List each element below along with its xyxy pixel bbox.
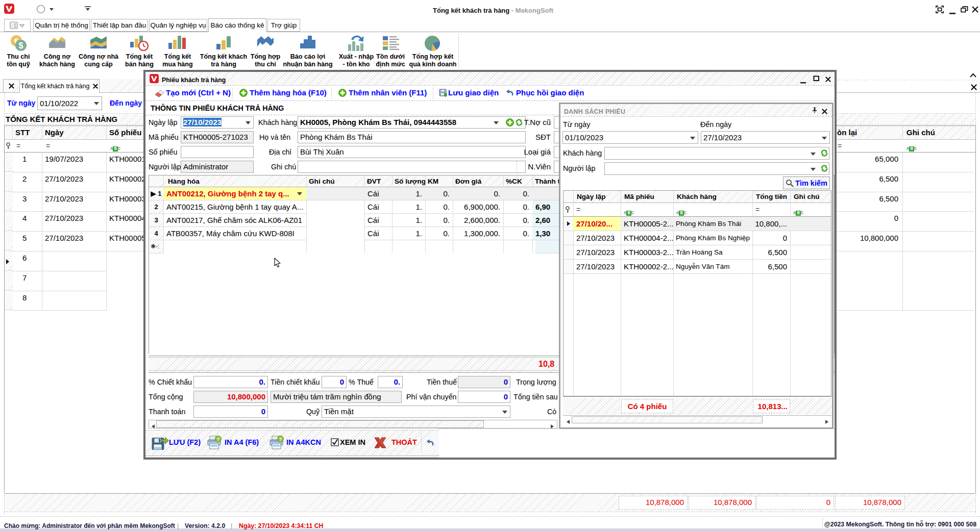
svg-text:?: ? xyxy=(217,437,220,442)
svg-text:$: $ xyxy=(19,41,23,50)
svg-text:?: ? xyxy=(279,437,282,442)
